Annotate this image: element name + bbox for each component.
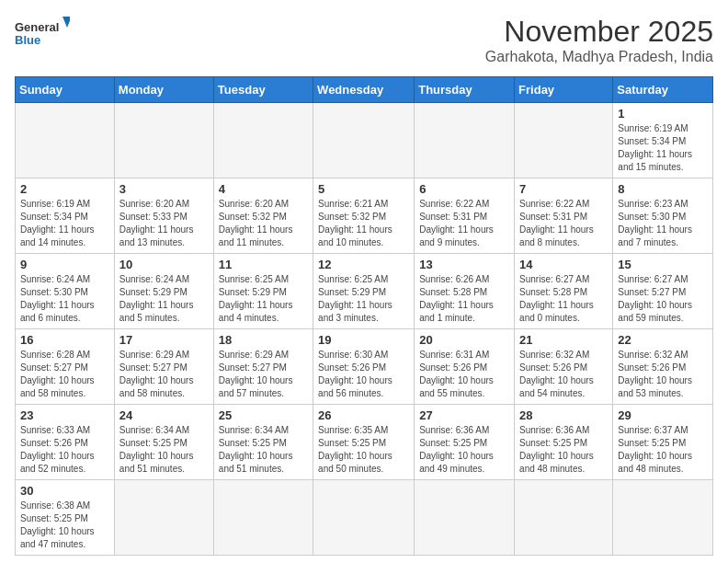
day-10: 10 Sunrise: 6:24 AMSunset: 5:29 PMDaylig… (114, 254, 213, 329)
week-row-4: 16 Sunrise: 6:28 AMSunset: 5:27 PMDaylig… (16, 329, 713, 405)
day-25: 25 Sunrise: 6:34 AMSunset: 5:25 PMDaylig… (213, 405, 313, 480)
day-18: 18 Sunrise: 6:29 AMSunset: 5:27 PMDaylig… (213, 329, 313, 405)
day-21: 21 Sunrise: 6:32 AMSunset: 5:26 PMDaylig… (515, 329, 613, 405)
day-24: 24 Sunrise: 6:34 AMSunset: 5:25 PMDaylig… (114, 405, 213, 480)
empty-cell (415, 103, 515, 178)
week-row-5: 23 Sunrise: 6:33 AMSunset: 5:26 PMDaylig… (16, 405, 713, 480)
day-26: 26 Sunrise: 6:35 AMSunset: 5:25 PMDaylig… (313, 405, 415, 480)
day-5: 5 Sunrise: 6:21 AMSunset: 5:32 PMDayligh… (313, 178, 415, 254)
header-thursday: Thursday (415, 77, 515, 103)
header-tuesday: Tuesday (213, 77, 313, 103)
day-15: 15 Sunrise: 6:27 AMSunset: 5:27 PMDaylig… (613, 254, 713, 329)
day-7: 7 Sunrise: 6:22 AMSunset: 5:31 PMDayligh… (515, 178, 613, 254)
day-19: 19 Sunrise: 6:30 AMSunset: 5:26 PMDaylig… (313, 329, 415, 405)
svg-text:General: General (15, 20, 59, 34)
header-sunday: Sunday (16, 77, 115, 103)
empty-cell (213, 480, 313, 556)
day-2: 2 Sunrise: 6:19 AMSunset: 5:34 PMDayligh… (16, 178, 115, 254)
day-30: 30 Sunrise: 6:38 AMSunset: 5:25 PMDaylig… (16, 480, 115, 556)
day-28: 28 Sunrise: 6:36 AMSunset: 5:25 PMDaylig… (515, 405, 613, 480)
day-1-info: Sunrise: 6:19 AMSunset: 5:34 PMDaylight:… (618, 122, 708, 174)
month-title: November 2025 (485, 15, 713, 49)
header: General Blue November 2025 Garhakota, Ma… (15, 15, 713, 65)
day-22: 22 Sunrise: 6:32 AMSunset: 5:26 PMDaylig… (613, 329, 713, 405)
empty-cell (515, 103, 613, 178)
calendar: Sunday Monday Tuesday Wednesday Thursday… (15, 76, 713, 556)
week-row-1: 1 Sunrise: 6:19 AMSunset: 5:34 PMDayligh… (16, 103, 713, 178)
weekday-header-row: Sunday Monday Tuesday Wednesday Thursday… (16, 77, 713, 103)
header-wednesday: Wednesday (313, 77, 415, 103)
location-title: Garhakota, Madhya Pradesh, India (485, 49, 713, 65)
day-23: 23 Sunrise: 6:33 AMSunset: 5:26 PMDaylig… (16, 405, 115, 480)
empty-cell (515, 480, 613, 556)
empty-cell (213, 103, 313, 178)
week-row-6: 30 Sunrise: 6:38 AMSunset: 5:25 PMDaylig… (16, 480, 713, 556)
day-20: 20 Sunrise: 6:31 AMSunset: 5:26 PMDaylig… (415, 329, 515, 405)
week-row-3: 9 Sunrise: 6:24 AMSunset: 5:30 PMDayligh… (16, 254, 713, 329)
day-6: 6 Sunrise: 6:22 AMSunset: 5:31 PMDayligh… (415, 178, 515, 254)
empty-cell (114, 103, 213, 178)
header-saturday: Saturday (613, 77, 713, 103)
logo: General Blue (15, 15, 70, 55)
svg-text:Blue: Blue (15, 33, 40, 47)
empty-cell (313, 103, 415, 178)
day-11: 11 Sunrise: 6:25 AMSunset: 5:29 PMDaylig… (213, 254, 313, 329)
day-16: 16 Sunrise: 6:28 AMSunset: 5:27 PMDaylig… (16, 329, 115, 405)
empty-cell (114, 480, 213, 556)
empty-cell (613, 480, 713, 556)
day-14: 14 Sunrise: 6:27 AMSunset: 5:28 PMDaylig… (515, 254, 613, 329)
day-4: 4 Sunrise: 6:20 AMSunset: 5:32 PMDayligh… (213, 178, 313, 254)
day-3: 3 Sunrise: 6:20 AMSunset: 5:33 PMDayligh… (114, 178, 213, 254)
day-29: 29 Sunrise: 6:37 AMSunset: 5:25 PMDaylig… (613, 405, 713, 480)
empty-cell (313, 480, 415, 556)
header-monday: Monday (114, 77, 213, 103)
logo-svg: General Blue (15, 15, 70, 55)
day-8: 8 Sunrise: 6:23 AMSunset: 5:30 PMDayligh… (613, 178, 713, 254)
day-27: 27 Sunrise: 6:36 AMSunset: 5:25 PMDaylig… (415, 405, 515, 480)
header-friday: Friday (515, 77, 613, 103)
day-17: 17 Sunrise: 6:29 AMSunset: 5:27 PMDaylig… (114, 329, 213, 405)
day-1: 1 Sunrise: 6:19 AMSunset: 5:34 PMDayligh… (613, 103, 713, 178)
empty-cell (415, 480, 515, 556)
title-area: November 2025 Garhakota, Madhya Pradesh,… (485, 15, 713, 65)
day-12: 12 Sunrise: 6:25 AMSunset: 5:29 PMDaylig… (313, 254, 415, 329)
day-9: 9 Sunrise: 6:24 AMSunset: 5:30 PMDayligh… (16, 254, 115, 329)
day-13: 13 Sunrise: 6:26 AMSunset: 5:28 PMDaylig… (415, 254, 515, 329)
svg-marker-2 (63, 17, 70, 28)
week-row-2: 2 Sunrise: 6:19 AMSunset: 5:34 PMDayligh… (16, 178, 713, 254)
empty-cell (16, 103, 115, 178)
